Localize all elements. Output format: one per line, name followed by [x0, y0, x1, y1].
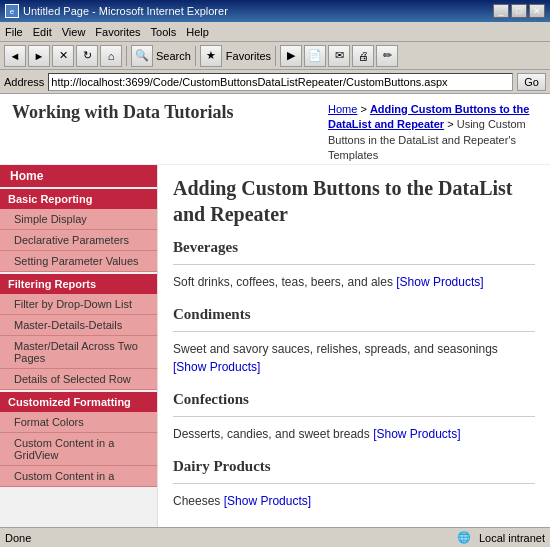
status-bar: Done 🌐 Local intranet — [0, 527, 550, 547]
category-desc-confections: Desserts, candies, and sweet breads [Sho… — [173, 425, 535, 443]
zone-label: Local intranet — [479, 532, 545, 544]
menu-tools[interactable]: Tools — [151, 26, 177, 38]
home-button[interactable]: ⌂ — [100, 45, 122, 67]
category-desc-dairy: Cheeses [Show Products] — [173, 492, 535, 510]
sep3 — [275, 46, 276, 66]
ie-icon: e — [5, 4, 19, 18]
history-button[interactable]: 📄 — [304, 45, 326, 67]
menu-help[interactable]: Help — [186, 26, 209, 38]
print-button[interactable]: 🖨 — [352, 45, 374, 67]
divider-beverages — [173, 264, 535, 265]
sidebar-item-master-detail-two-pages[interactable]: Master/Detail Across Two Pages — [0, 336, 157, 369]
mail-button[interactable]: ✉ — [328, 45, 350, 67]
toolbar: ◄ ► ✕ ↻ ⌂ 🔍 Search ★ Favorites ▶ 📄 ✉ 🖨 ✏ — [0, 42, 550, 70]
sidebar-item-setting-params[interactable]: Setting Parameter Values — [0, 251, 157, 272]
sidebar-item-details-selected-row[interactable]: Details of Selected Row — [0, 369, 157, 390]
minimize-button[interactable]: _ — [493, 4, 509, 18]
breadcrumb-sep2: > — [447, 118, 456, 130]
window-controls[interactable]: _ □ ✕ — [493, 4, 545, 18]
sidebar-item-custom-content-gridview[interactable]: Custom Content in a GridView — [0, 433, 157, 466]
refresh-button[interactable]: ↻ — [76, 45, 98, 67]
status-text: Done — [5, 532, 457, 544]
sidebar-section-basic-reporting: Basic Reporting — [0, 189, 157, 209]
menu-bar: File Edit View Favorites Tools Help — [0, 22, 550, 42]
divider-confections — [173, 416, 535, 417]
divider-dairy — [173, 483, 535, 484]
main-content: Adding Custom Buttons to the DataList an… — [158, 165, 550, 527]
sidebar-item-master-details[interactable]: Master-Details-Details — [0, 315, 157, 336]
show-products-condiments[interactable]: [Show Products] — [173, 360, 260, 374]
stop-button[interactable]: ✕ — [52, 45, 74, 67]
menu-favorites[interactable]: Favorites — [95, 26, 140, 38]
media-button[interactable]: ▶ — [280, 45, 302, 67]
ie-content: Working with Data Tutorials Home > Addin… — [0, 94, 550, 527]
content-header: Adding Custom Buttons to the DataList an… — [173, 175, 535, 227]
sidebar-item-custom-content-2[interactable]: Custom Content in a — [0, 466, 157, 487]
status-zone: 🌐 Local intranet — [457, 531, 545, 544]
back-button[interactable]: ◄ — [4, 45, 26, 67]
category-name-beverages: Beverages — [173, 239, 535, 256]
address-label: Address — [4, 76, 44, 88]
category-desc-beverages: Soft drinks, coffees, teas, beers, and a… — [173, 273, 535, 291]
window-title: Untitled Page - Microsoft Internet Explo… — [23, 5, 228, 17]
show-products-confections[interactable]: [Show Products] — [373, 427, 460, 441]
sidebar-home[interactable]: Home — [0, 165, 157, 187]
menu-edit[interactable]: Edit — [33, 26, 52, 38]
address-bar: Address Go — [0, 70, 550, 94]
menu-file[interactable]: File — [5, 26, 23, 38]
search-icon-btn[interactable]: 🔍 — [131, 45, 153, 67]
close-button[interactable]: ✕ — [529, 4, 545, 18]
category-confections: Confections Desserts, candies, and sweet… — [173, 391, 535, 443]
menu-view[interactable]: View — [62, 26, 86, 38]
go-button[interactable]: Go — [517, 73, 546, 91]
search-label: Search — [156, 50, 191, 62]
maximize-button[interactable]: □ — [511, 4, 527, 18]
category-name-confections: Confections — [173, 391, 535, 408]
favorites-button[interactable]: ★ — [200, 45, 222, 67]
favorites-label: Favorites — [226, 50, 271, 62]
category-name-dairy: Dairy Products — [173, 458, 535, 475]
divider-condiments — [173, 331, 535, 332]
category-condiments: Condiments Sweet and savory sauces, reli… — [173, 306, 535, 376]
show-products-dairy[interactable]: [Show Products] — [224, 494, 311, 508]
site-title: Working with Data Tutorials — [12, 102, 318, 123]
header-area: Working with Data Tutorials Home > Addin… — [0, 94, 550, 165]
category-name-condiments: Condiments — [173, 306, 535, 323]
zone-icon: 🌐 — [457, 531, 471, 544]
show-products-beverages[interactable]: [Show Products] — [396, 275, 483, 289]
category-desc-condiments: Sweet and savory sauces, relishes, sprea… — [173, 340, 535, 376]
sep2 — [195, 46, 196, 66]
sidebar-section-formatting: Customized Formatting — [0, 392, 157, 412]
forward-button[interactable]: ► — [28, 45, 50, 67]
breadcrumb: Home > Adding Custom Buttons to the Data… — [318, 102, 538, 164]
sidebar-item-filter-dropdown[interactable]: Filter by Drop-Down List — [0, 294, 157, 315]
sidebar-item-declarative-params[interactable]: Declarative Parameters — [0, 230, 157, 251]
breadcrumb-sep1: > — [360, 103, 369, 115]
toolbar-search-area: 🔍 Search — [131, 45, 191, 67]
sidebar: Home Basic Reporting Simple Display Decl… — [0, 165, 158, 527]
sidebar-section-filtering: Filtering Reports — [0, 274, 157, 294]
page-layout: Home Basic Reporting Simple Display Decl… — [0, 165, 550, 527]
category-dairy: Dairy Products Cheeses [Show Products] — [173, 458, 535, 510]
window-title-bar: e Untitled Page - Microsoft Internet Exp… — [0, 0, 550, 22]
address-input[interactable] — [48, 73, 513, 91]
category-beverages: Beverages Soft drinks, coffees, teas, be… — [173, 239, 535, 291]
edit-button[interactable]: ✏ — [376, 45, 398, 67]
sidebar-item-format-colors[interactable]: Format Colors — [0, 412, 157, 433]
sep1 — [126, 46, 127, 66]
breadcrumb-home[interactable]: Home — [328, 103, 357, 115]
sidebar-item-simple-display[interactable]: Simple Display — [0, 209, 157, 230]
title-bar-left: e Untitled Page - Microsoft Internet Exp… — [5, 4, 228, 18]
site-title-container: Working with Data Tutorials — [12, 102, 318, 123]
